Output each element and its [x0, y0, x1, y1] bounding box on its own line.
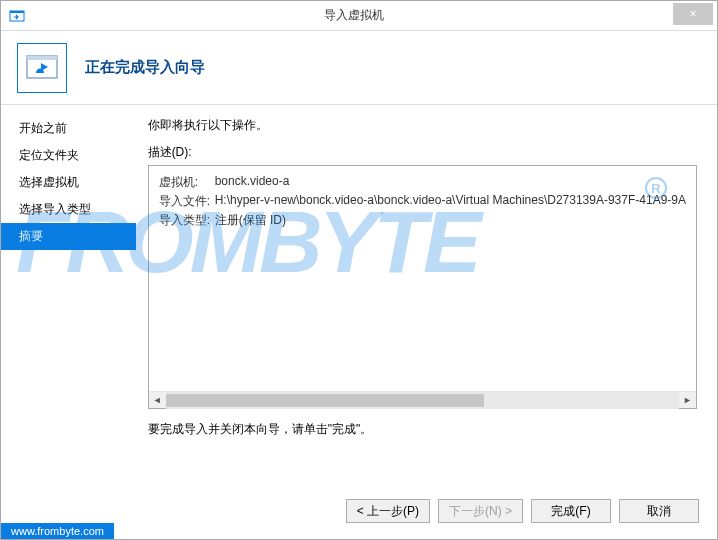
sidebar-item-locate[interactable]: 定位文件夹: [1, 142, 136, 169]
row-value: H:\hyper-v-new\bonck.video-a\bonck.video…: [215, 193, 686, 210]
wizard-title: 正在完成导入向导: [85, 58, 205, 77]
next-button: 下一步(N) >: [438, 499, 523, 523]
row-key: 虚拟机:: [159, 174, 215, 191]
finish-instruction: 要完成导入并关闭本向导，请单击"完成"。: [148, 421, 697, 438]
scroll-left-icon[interactable]: ◄: [149, 392, 166, 409]
wizard-header: 正在完成导入向导: [1, 31, 717, 105]
summary-content: 虚拟机: bonck.video-a 导入文件: H:\hyper-v-new\…: [149, 166, 696, 391]
close-button[interactable]: ×: [673, 3, 713, 25]
sidebar-item-select-vm[interactable]: 选择虚拟机: [1, 169, 136, 196]
summary-row: 导入文件: H:\hyper-v-new\bonck.video-a\bonck…: [159, 193, 686, 210]
summary-box: 虚拟机: bonck.video-a 导入文件: H:\hyper-v-new\…: [148, 165, 697, 409]
wizard-icon: [17, 43, 67, 93]
scroll-track[interactable]: [166, 392, 679, 409]
row-key: 导入文件:: [159, 193, 215, 210]
sidebar: 开始之前 定位文件夹 选择虚拟机 选择导入类型 摘要: [1, 105, 136, 485]
sidebar-item-summary[interactable]: 摘要: [1, 223, 136, 250]
import-icon: [9, 8, 25, 24]
row-key: 导入类型:: [159, 212, 215, 229]
content-panel: 你即将执行以下操作。 描述(D): 虚拟机: bonck.video-a 导入文…: [136, 105, 717, 485]
sidebar-item-import-type[interactable]: 选择导入类型: [1, 196, 136, 223]
finish-button[interactable]: 完成(F): [531, 499, 611, 523]
svg-rect-3: [27, 56, 57, 60]
summary-row: 导入类型: 注册(保留 ID): [159, 212, 686, 229]
watermark-url: www.frombyte.com: [1, 523, 114, 539]
button-row: < 上一步(P) 下一步(N) > 完成(F) 取消: [346, 499, 699, 523]
prev-button[interactable]: < 上一步(P): [346, 499, 430, 523]
summary-row: 虚拟机: bonck.video-a: [159, 174, 686, 191]
window-title: 导入虚拟机: [31, 7, 717, 24]
row-value: bonck.video-a: [215, 174, 290, 191]
instruction-text: 你即将执行以下操作。: [148, 117, 697, 134]
row-value: 注册(保留 ID): [215, 212, 286, 229]
horizontal-scrollbar[interactable]: ◄ ►: [149, 391, 696, 408]
svg-rect-1: [10, 11, 24, 13]
scroll-thumb[interactable]: [166, 394, 484, 407]
wizard-body: 开始之前 定位文件夹 选择虚拟机 选择导入类型 摘要 你即将执行以下操作。 描述…: [1, 105, 717, 485]
scroll-right-icon[interactable]: ►: [679, 392, 696, 409]
sidebar-item-before[interactable]: 开始之前: [1, 115, 136, 142]
title-bar: 导入虚拟机 ×: [1, 1, 717, 31]
description-label: 描述(D):: [148, 144, 697, 161]
cancel-button[interactable]: 取消: [619, 499, 699, 523]
